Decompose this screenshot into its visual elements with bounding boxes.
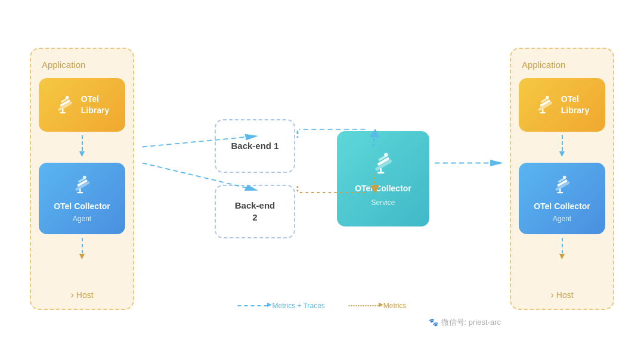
backends-column: Back-end 1 Back-end2 xyxy=(215,119,295,238)
otel-service-box: OTel Collector Service xyxy=(337,131,429,226)
svg-point-30 xyxy=(546,95,549,99)
service-subtitle: Service xyxy=(371,198,395,207)
watermark-text: 微信号: priest-arc xyxy=(441,317,501,328)
svg-point-15 xyxy=(384,153,388,157)
left-app-label: Application xyxy=(39,60,85,70)
right-agent-icon xyxy=(552,173,572,198)
left-otel-library-box: OTelLibrary xyxy=(39,78,125,132)
middle-section: Back-end 1 Back-end2 xyxy=(134,48,510,310)
left-library-text: OTelLibrary xyxy=(81,94,109,115)
right-library-icon xyxy=(535,94,555,116)
left-agent-title: OTel Collector xyxy=(54,201,110,212)
right-library-text: OTelLibrary xyxy=(561,94,589,115)
left-agent-icon xyxy=(72,173,92,198)
left-arrow-down-2: ▼ xyxy=(78,238,87,262)
backend-2-box: Back-end2 xyxy=(215,185,295,238)
svg-point-36 xyxy=(562,175,566,179)
left-app-container: Application OTelLibrary ▼ xyxy=(30,48,134,310)
legend-metrics-traces: Metrics + Traces xyxy=(237,302,324,310)
left-host-label: › Host xyxy=(70,290,93,300)
right-host-label: › Host xyxy=(550,290,573,300)
middle-content: Back-end 1 Back-end2 xyxy=(134,119,510,238)
right-agent-subtitle: Agent xyxy=(553,215,571,223)
legend-gold-line xyxy=(349,305,379,306)
svg-point-9 xyxy=(82,175,86,179)
right-otel-library-box: OTelLibrary xyxy=(519,78,605,132)
left-otel-agent-box: OTel Collector Agent xyxy=(39,163,125,234)
right-app-container: Application OTelLibrary ▼ xyxy=(510,48,614,310)
right-arrow-down-2: ▼ xyxy=(558,238,567,262)
diagram: Application OTelLibrary ▼ xyxy=(12,12,632,346)
legend-metrics-label: Metrics xyxy=(383,302,407,310)
left-agent-subtitle: Agent xyxy=(73,215,91,223)
right-otel-agent-box: OTel Collector Agent xyxy=(519,163,605,234)
left-arrow-down-1: ▼ xyxy=(78,135,87,159)
right-arrow-down-1: ▼ xyxy=(558,135,567,159)
right-app-label: Application xyxy=(519,60,565,70)
service-icon xyxy=(371,150,395,179)
legend-metrics: Metrics xyxy=(349,302,407,310)
svg-point-3 xyxy=(66,95,69,99)
legend: Metrics + Traces Metrics xyxy=(237,302,406,310)
backend-1-box: Back-end 1 xyxy=(215,119,295,173)
service-title: OTel Collector xyxy=(355,184,411,194)
right-agent-title: OTel Collector xyxy=(534,201,590,212)
legend-metrics-traces-label: Metrics + Traces xyxy=(272,302,324,310)
watermark-icon: 🐾 xyxy=(429,318,438,327)
watermark: 🐾 微信号: priest-arc xyxy=(429,317,501,328)
legend-blue-line xyxy=(237,305,267,306)
left-library-icon xyxy=(55,94,75,116)
